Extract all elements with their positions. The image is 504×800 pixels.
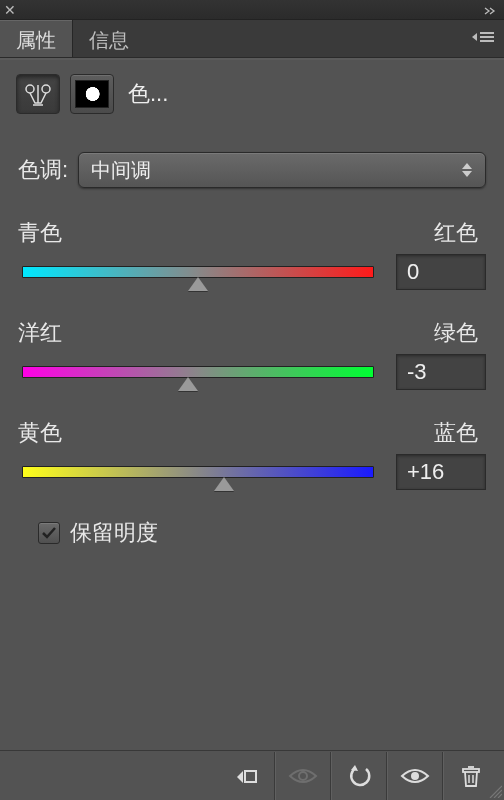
- panel-title-strip: ✕: [0, 0, 504, 20]
- toggle-visibility-button[interactable]: [386, 752, 442, 800]
- clip-to-layer-button[interactable]: [218, 752, 274, 800]
- resize-grip-icon[interactable]: [488, 784, 502, 798]
- slider-left-label: 黄色: [18, 418, 62, 448]
- svg-point-4: [42, 85, 50, 93]
- preserve-luminosity-checkbox[interactable]: [38, 522, 60, 544]
- value-input-magenta-green[interactable]: -3: [396, 354, 486, 390]
- view-previous-state-button[interactable]: [274, 752, 330, 800]
- slider-magenta-green: 洋红 绿色 -3: [18, 318, 486, 390]
- slider-yellow-blue: 黄色 蓝色 +16: [18, 418, 486, 490]
- slider-left-label: 青色: [18, 218, 62, 248]
- collapse-panel-icon[interactable]: [484, 5, 500, 15]
- bottom-toolbar: [0, 750, 504, 800]
- adjustment-header: 色...: [0, 60, 504, 128]
- slider-thumb[interactable]: [178, 377, 198, 391]
- slider-track-magenta-green[interactable]: [22, 366, 374, 378]
- slider-thumb[interactable]: [188, 277, 208, 291]
- tab-properties[interactable]: 属性: [0, 20, 73, 57]
- svg-rect-0: [480, 32, 494, 34]
- svg-point-3: [26, 85, 34, 93]
- adjustment-title: 色...: [128, 79, 168, 109]
- preserve-luminosity-label: 保留明度: [70, 518, 158, 548]
- value-input-cyan-red[interactable]: 0: [396, 254, 486, 290]
- slider-track-yellow-blue[interactable]: [22, 466, 374, 478]
- dropdown-caret-icon: [457, 153, 477, 187]
- slider-thumb[interactable]: [214, 477, 234, 491]
- svg-rect-8: [463, 769, 479, 772]
- value-input-yellow-blue[interactable]: +16: [396, 454, 486, 490]
- panel-menu-icon[interactable]: [472, 20, 504, 57]
- layer-mask-button[interactable]: [70, 74, 114, 114]
- tone-dropdown[interactable]: 中间调: [78, 152, 486, 188]
- slider-right-label: 红色: [434, 218, 478, 248]
- panel-body: 色调: 中间调 青色 红色 0 洋红 绿色: [0, 128, 504, 750]
- tab-row: 属性 信息: [0, 20, 504, 58]
- mask-thumbnail-icon: [75, 80, 109, 108]
- slider-right-label: 蓝色: [434, 418, 478, 448]
- svg-rect-1: [480, 36, 494, 38]
- svg-rect-5: [245, 771, 256, 782]
- tab-info[interactable]: 信息: [73, 20, 145, 57]
- reset-button[interactable]: [330, 752, 386, 800]
- slider-left-label: 洋红: [18, 318, 62, 348]
- svg-rect-2: [480, 40, 494, 42]
- svg-point-6: [299, 772, 307, 780]
- slider-track-cyan-red[interactable]: [22, 266, 374, 278]
- close-icon[interactable]: ✕: [4, 2, 16, 18]
- color-balance-icon-button[interactable]: [16, 74, 60, 114]
- slider-right-label: 绿色: [434, 318, 478, 348]
- svg-point-7: [411, 772, 419, 780]
- slider-cyan-red: 青色 红色 0: [18, 218, 486, 290]
- tone-dropdown-value: 中间调: [91, 157, 151, 184]
- tone-label: 色调:: [18, 155, 68, 185]
